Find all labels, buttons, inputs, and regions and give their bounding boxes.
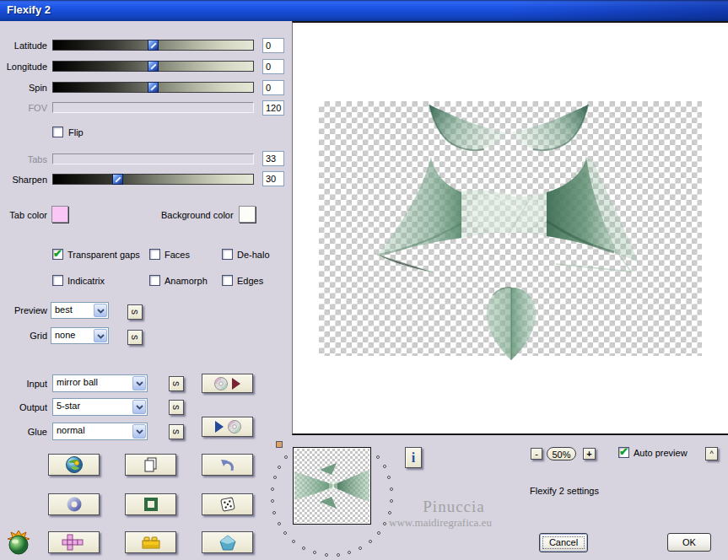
dial-dot[interactable] [325,553,328,557]
tabs-value[interactable]: 33 [262,151,284,166]
output-dropdown[interactable]: 5-star [52,398,148,416]
tab-color-swatch[interactable] [51,206,68,223]
dial-dot[interactable] [292,540,295,543]
polyhedron-button[interactable] [202,531,253,553]
undo-button[interactable] [202,454,253,476]
grid-seed-button[interactable]: s [127,330,143,345]
faces-checkbox[interactable]: ✔ [149,249,160,260]
zoom-level[interactable]: 50% [547,447,576,460]
save-settings-button[interactable] [202,417,253,437]
lego-button[interactable] [125,531,176,553]
chevron-down-icon[interactable] [132,376,146,390]
sharpen-slider[interactable] [52,174,254,185]
dial-dot[interactable] [271,499,274,503]
longitude-slider[interactable] [52,61,254,72]
dial-dot[interactable] [359,547,362,550]
chevron-down-icon[interactable] [94,329,107,342]
dial-dot[interactable] [337,553,340,557]
website-button[interactable] [48,454,100,476]
dial-dot[interactable] [348,551,351,554]
longitude-value[interactable]: 0 [262,59,284,74]
dial-dot[interactable] [283,531,287,535]
latitude-slider-handle[interactable] [148,40,159,51]
watermark-name: Pinuccia [418,498,490,516]
zoom-in-button[interactable]: + [583,448,596,460]
glue-seed-button[interactable]: s [169,424,184,439]
spin-value[interactable]: 0 [262,80,284,95]
title-bar[interactable]: Flexify 2 [0,0,728,21]
dial-dot[interactable] [383,522,386,525]
input-label: Input [0,379,47,389]
lego-brick-icon [141,535,161,550]
edges-checkbox[interactable]: ✔ [222,275,233,286]
load-settings-button[interactable] [202,374,253,393]
flip-label: Flip [68,127,84,137]
longitude-slider-handle[interactable] [148,61,159,72]
dial-dot[interactable] [284,455,288,459]
torus-button[interactable] [48,493,100,515]
dial-dot[interactable] [388,511,391,514]
dial-dot[interactable] [390,487,393,491]
cancel-button[interactable]: Cancel [539,533,588,552]
thumbnail-preview[interactable] [293,447,371,525]
preview-label: Preview [0,305,47,315]
unfold-button[interactable] [48,531,100,553]
dial-dot[interactable] [313,551,316,554]
dial-dot[interactable] [278,466,281,469]
background-color-swatch[interactable] [239,206,256,223]
chevron-down-icon[interactable] [132,424,146,439]
background-color-label: Background color [161,210,234,220]
output-seed-button[interactable]: s [169,400,184,415]
dial-dot[interactable] [369,540,372,543]
dial-dot[interactable] [272,511,276,514]
chevron-down-icon[interactable] [94,304,107,317]
chevron-down-icon[interactable] [132,400,146,414]
undo-arrow-icon [219,458,236,472]
dial-dot[interactable] [383,465,386,468]
random-button[interactable] [202,493,253,515]
glue-dropdown[interactable]: normal [52,423,148,440]
latitude-value[interactable]: 0 [262,38,284,53]
spin-slider[interactable] [52,82,254,93]
dial-dot[interactable] [273,476,277,479]
transparent-gaps-checkbox[interactable]: ✔ [52,249,63,260]
reset-marker[interactable] [276,441,283,448]
dial-dot[interactable] [376,455,380,459]
fov-value[interactable]: 120 [262,100,284,116]
dial-dot[interactable] [271,487,274,491]
flaming-pear-icon[interactable] [5,528,34,555]
de-halo-label: De-halo [237,250,270,260]
tab-color-label: Tab color [0,210,47,220]
collapse-button[interactable]: ^ [705,447,718,460]
auto-preview-checkbox[interactable]: ✔ [618,447,629,458]
preview-seed-button[interactable]: s [127,304,143,320]
latitude-label: Latitude [0,40,47,51]
sharpen-value[interactable]: 30 [262,171,284,186]
dial-dot[interactable] [390,499,393,503]
latitude-slider[interactable] [52,40,254,51]
dial-dot[interactable] [387,476,391,479]
preview-dropdown[interactable]: best [51,302,109,319]
anamorph-checkbox[interactable]: ✔ [149,275,160,286]
grid-dropdown[interactable]: none [51,327,109,344]
watermark-url: www.maidiregrafica.eu [389,516,492,530]
faces-label: Faces [164,250,190,260]
info-button[interactable]: i [405,447,422,468]
zoom-out-button[interactable]: - [531,448,542,460]
flip-checkbox[interactable]: ✔ [52,127,63,137]
dial-dot[interactable] [377,531,380,535]
dial-dot[interactable] [278,522,281,525]
glue-label: Glue [0,427,47,437]
preview-image [319,100,704,363]
de-halo-checkbox[interactable]: ✔ [222,249,233,260]
ok-button[interactable]: OK [667,533,711,552]
spin-slider-handle[interactable] [148,82,159,93]
input-seed-button[interactable]: s [169,376,184,391]
input-dropdown[interactable]: mirror ball [52,374,148,392]
copy-settings-button[interactable] [125,454,176,476]
frame-button[interactable] [125,493,176,515]
indicatrix-checkbox[interactable]: ✔ [52,275,63,286]
sharpen-slider-handle[interactable] [112,174,123,185]
fov-slider [52,102,254,113]
dial-dot[interactable] [302,547,305,550]
